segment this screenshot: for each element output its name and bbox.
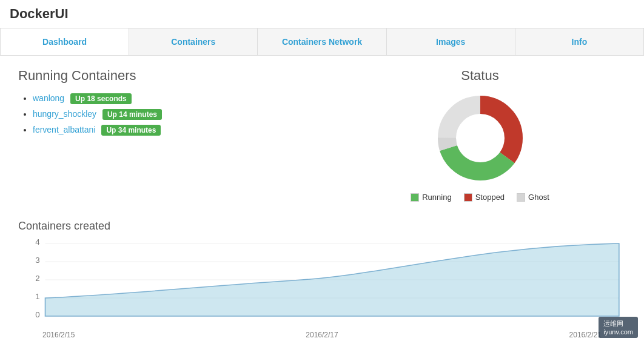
legend-label-stopped: Stopped <box>475 193 505 202</box>
tab-images[interactable]: Images <box>387 28 515 55</box>
x-label-2: 2016/2/17 <box>306 331 338 339</box>
legend-ghost: Ghost <box>517 193 549 202</box>
list-item: hungry_shockley Up 14 minutes <box>33 109 310 120</box>
svg-text:1: 1 <box>35 293 39 301</box>
container-link-hungry[interactable]: hungry_shockley <box>33 109 96 119</box>
container-list: wanlong Up 18 seconds hungry_shockley Up… <box>18 93 310 136</box>
tab-containers[interactable]: Containers <box>129 28 258 55</box>
status-title: Status <box>461 68 498 84</box>
svg-text:2: 2 <box>35 275 39 283</box>
donut-chart <box>432 90 529 187</box>
legend-color-stopped <box>464 193 472 202</box>
list-item: fervent_albattani Up 34 minutes <box>33 125 310 136</box>
legend-color-ghost <box>517 193 525 202</box>
legend-color-running <box>411 193 419 202</box>
watermark: 运维网 iyunv.com <box>599 317 638 338</box>
containers-line-chart: 4 3 2 1 0 <box>18 237 626 328</box>
containers-chart-title: Containers created <box>18 220 626 233</box>
legend-stopped: Stopped <box>464 193 505 202</box>
list-item: wanlong Up 18 seconds <box>33 93 310 104</box>
status-badge-wanlong: Up 18 seconds <box>70 93 132 104</box>
container-link-fervent[interactable]: fervent_albattani <box>33 125 96 134</box>
nav-tabs: Dashboard Containers Containers Network … <box>0 28 644 56</box>
tab-dashboard[interactable]: Dashboard <box>1 28 129 55</box>
x-label-1: 2016/2/15 <box>42 331 75 339</box>
status-panel: Status <box>334 68 626 202</box>
x-label-3: 2016/2/21 <box>569 331 602 339</box>
status-badge-hungry: Up 14 minutes <box>102 109 162 120</box>
svg-text:3: 3 <box>35 257 39 265</box>
running-containers-panel: Running Containers wanlong Up 18 seconds… <box>18 68 310 202</box>
svg-text:0: 0 <box>35 311 39 319</box>
container-link-wanlong[interactable]: wanlong <box>33 93 64 103</box>
status-badge-fervent: Up 34 minutes <box>101 125 161 136</box>
legend-running: Running <box>411 193 451 202</box>
chart-x-labels: 2016/2/15 2016/2/17 2016/2/21 <box>18 331 626 339</box>
svg-text:4: 4 <box>35 239 39 246</box>
legend-label-ghost: Ghost <box>528 193 549 202</box>
app-title: DockerUI <box>10 6 69 21</box>
watermark-text: 运维网 <box>603 319 633 328</box>
running-containers-title: Running Containers <box>18 68 310 84</box>
legend-label-running: Running <box>422 193 451 202</box>
tab-info[interactable]: Info <box>515 28 643 55</box>
tab-containers-network[interactable]: Containers Network <box>258 28 386 55</box>
watermark-subtext: iyunv.com <box>603 328 633 336</box>
svg-point-4 <box>457 115 503 161</box>
status-legend: Running Stopped Ghost <box>411 193 549 202</box>
charts-section: Containers created 4 3 2 1 0 <box>18 220 626 344</box>
